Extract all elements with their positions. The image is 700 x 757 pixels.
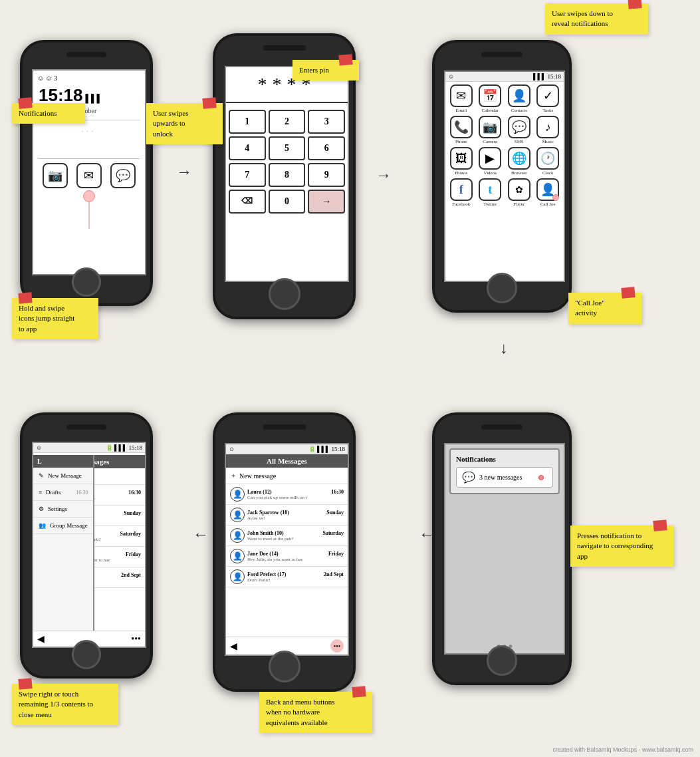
app-twitter[interactable]: t Twitter xyxy=(477,178,504,207)
camera-icon-box[interactable]: 📷 xyxy=(43,163,68,188)
app-videos[interactable]: ▶ Videos xyxy=(477,147,504,176)
msg5-preview-1: Can you pick up some milk on t xyxy=(247,495,344,500)
phone3-speaker xyxy=(481,52,523,57)
app-calendar[interactable]: 📅 Calendar xyxy=(477,84,504,113)
app-grid: ✉ Email 📅 Calendar 👤 Contacts ✓ Tasks 📞 xyxy=(445,82,564,210)
arrow2: → xyxy=(376,166,392,184)
call-joe-app-icon: 👤 xyxy=(536,178,559,201)
app-tasks[interactable]: ✓ Tasks xyxy=(535,84,562,113)
phone4: ☺ 🔋 ▌▌▌ 15:18 All Messages ＋ Ne... 👤 L..… xyxy=(20,412,153,679)
pin-key-1[interactable]: 1 xyxy=(229,110,266,134)
phone5-msg-2[interactable]: 👤 Jack Sparrow (10) Sunday Avast ye! xyxy=(226,505,348,526)
pin-key-4[interactable]: 4 xyxy=(229,136,266,160)
phone5-msg-5[interactable]: 👤 Ford Prefect (17) 2nd Sept Don't Panic… xyxy=(226,567,348,587)
app-call-joe[interactable]: 👤 Call Joe xyxy=(535,178,562,207)
msg5-preview-5: Don't Panic! xyxy=(247,577,344,583)
pin-key-enter[interactable]: → xyxy=(308,190,345,214)
contacts-app-label: Contacts xyxy=(511,108,528,113)
phone1-home-btn[interactable] xyxy=(72,267,101,297)
phone5-menu-btn[interactable]: ••• xyxy=(330,639,344,653)
app-phone[interactable]: 📞 Phone xyxy=(448,116,475,144)
phone5-msg-header: All Messages xyxy=(226,454,348,468)
sticky-presses-notif: Presses notification to navigate to corr… xyxy=(570,526,673,567)
call-joe-badge xyxy=(552,194,559,201)
msg5-name-5: Ford Prefect (17) xyxy=(247,571,287,577)
sticky-notifications: Notifications xyxy=(12,103,85,124)
drawer-settings-label: Settings xyxy=(48,506,67,512)
msg5-time-3: Saturday xyxy=(322,530,344,536)
drawer-group-label: Group Message xyxy=(50,522,88,529)
phone5-msg-3[interactable]: 👤 John Smith (10) Saturday Want to meet … xyxy=(226,526,348,546)
phone6-home-btn[interactable] xyxy=(487,645,517,676)
msg5-avatar-2: 👤 xyxy=(230,508,245,522)
app-sms[interactable]: 💬 SMS xyxy=(506,116,532,144)
notif-badge-dot xyxy=(538,475,544,480)
phone3-home-btn[interactable] xyxy=(487,273,517,303)
pin-key-6[interactable]: 6 xyxy=(308,136,345,160)
videos-app-label: Videos xyxy=(484,170,497,176)
app-camera[interactable]: 📷 Camera xyxy=(477,116,504,144)
phone4-drawer: L ✎ New Message ≡ Drafts 16:30 ⚙ Setting… xyxy=(33,455,94,631)
phone6-speaker xyxy=(481,424,523,430)
sticky-enters-pin: Enters pin xyxy=(292,60,359,80)
phone4-home-btn[interactable] xyxy=(72,640,101,669)
phone1-screen: ☺ ☺ 3 15:18 ▌▌▌ Monday 31st October ... … xyxy=(32,69,146,275)
pin-key-5[interactable]: 5 xyxy=(269,136,306,160)
msg5-time-4: Friday xyxy=(328,551,344,557)
msg-time-5: 2nd Sept xyxy=(121,572,141,578)
menu-btn[interactable]: ••• xyxy=(131,634,141,645)
phone5-home-btn[interactable] xyxy=(269,651,300,682)
app-music[interactable]: ♪ Music xyxy=(535,116,562,144)
pin-grid: 1 2 3 4 5 6 7 8 9 ⌫ 0 → xyxy=(226,107,348,216)
drawer-group-message[interactable]: 👥 Group Message xyxy=(33,518,93,534)
msg5-time-1: 16:30 xyxy=(331,489,344,495)
lock-icons-row: 📷 ✉ 💬 xyxy=(39,158,140,188)
phone5-back-btn[interactable]: ◀ xyxy=(230,641,237,652)
phone5-new-message-btn[interactable]: ＋ New message xyxy=(226,468,348,484)
sticky-swipe-down-text: User swipes down to reveal notifications xyxy=(552,9,613,27)
app-email[interactable]: ✉ Email xyxy=(448,84,475,113)
pin-key-7[interactable]: 7 xyxy=(229,163,266,187)
phone5-msg-1[interactable]: 👤 Laura (12) 16:30 Can you pick up some … xyxy=(226,484,348,505)
msg5-name-3: John Smith (10) xyxy=(247,530,284,536)
calendar-app-icon: 📅 xyxy=(479,84,501,107)
phone2-home-btn[interactable] xyxy=(269,278,300,310)
app-clock[interactable]: 🕐 Clock xyxy=(535,147,562,176)
pin-key-8[interactable]: 8 xyxy=(269,163,306,187)
pin-key-9[interactable]: 9 xyxy=(308,163,345,187)
app-flickr[interactable]: ✿ Flickr xyxy=(506,178,532,207)
drawer-drafts[interactable]: ≡ Drafts 16:30 xyxy=(33,484,93,501)
sticky-call-joe-text: "Call Joe" activity xyxy=(575,299,605,317)
sticky-hold-swipe: Hold and swipe icons jump straight to ap… xyxy=(12,298,98,339)
flickr-app-icon: ✿ xyxy=(508,178,530,201)
phone3-status-left: ☺ xyxy=(448,73,454,80)
app-facebook[interactable]: f Facebook xyxy=(448,178,475,207)
phone1-speaker xyxy=(66,52,106,57)
msg5-text-3: John Smith (10) Saturday Want to meet at… xyxy=(247,530,344,541)
drawer-new-msg-label: New Message xyxy=(48,472,82,479)
app-contacts[interactable]: 👤 Contacts xyxy=(506,84,532,113)
music-app-icon: ♪ xyxy=(536,116,559,138)
phone5-msg-4[interactable]: 👤 Jane Doe (14) Friday Hey Julie, do you… xyxy=(226,546,348,567)
phone5-battery: 🔋 ▌▌▌ 15:18 xyxy=(308,446,345,452)
lock-content: 15:18 ▌▌▌ Monday 31st October ... 📷 ✉ 💬 xyxy=(33,71,145,194)
videos-app-icon: ▶ xyxy=(479,147,501,170)
app-browser[interactable]: 🌐 Browser xyxy=(506,147,532,176)
phone4-battery: 🔋 ▌▌▌ 15:18 xyxy=(106,444,142,451)
back-btn[interactable]: ◀ xyxy=(37,633,45,645)
drawer-new-message[interactable]: ✎ New Message xyxy=(33,468,93,484)
pin-key-3[interactable]: 3 xyxy=(308,110,345,134)
notif-item-messages[interactable]: 💬 3 new messages xyxy=(456,467,553,488)
settings-icon: ⚙ xyxy=(39,506,44,512)
pin-key-2[interactable]: 2 xyxy=(269,110,306,134)
email-app-label: Email xyxy=(455,108,467,113)
sticky-back-menu: Back and menu buttons when no hardware e… xyxy=(259,692,372,733)
clock-app-icon: 🕐 xyxy=(536,147,559,170)
drawer-settings[interactable]: ⚙ Settings xyxy=(33,501,93,518)
app-photos[interactable]: 🖼 Photos xyxy=(448,147,475,176)
email-icon-box[interactable]: ✉ xyxy=(76,163,102,188)
pin-key-backspace[interactable]: ⌫ xyxy=(229,190,266,214)
drafts-icon: ≡ xyxy=(39,489,42,496)
pin-key-0[interactable]: 0 xyxy=(269,190,306,214)
chat-icon-box[interactable]: 💬 xyxy=(110,163,136,188)
